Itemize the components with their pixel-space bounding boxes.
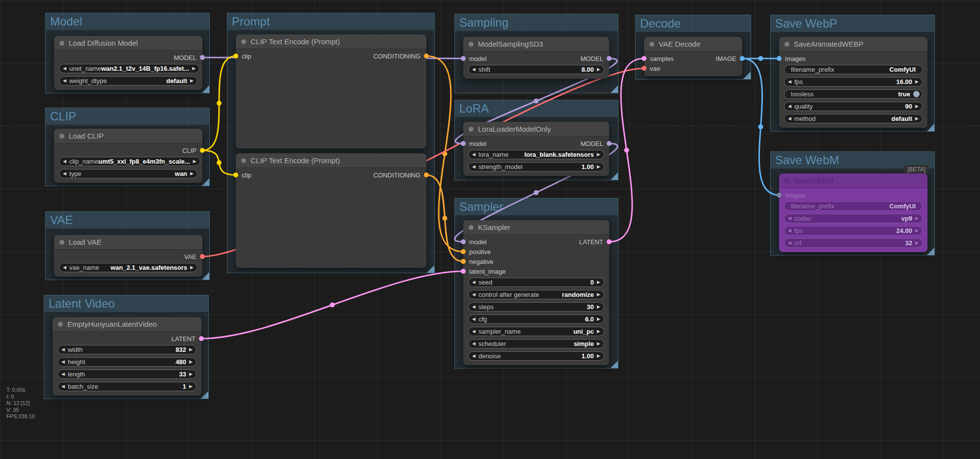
node-collapse-dot[interactable] xyxy=(241,39,246,44)
node-titlebar[interactable]: LoraLoaderModelOnly xyxy=(463,122,609,137)
widget-unet-name[interactable]: ◀unet_namewan2.1_t2v_14B_fp16.safet...▶ xyxy=(59,64,199,73)
widget-steps[interactable]: ◀steps30▶ xyxy=(468,302,604,312)
widget-arrow-right-icon[interactable]: ▶ xyxy=(597,292,600,297)
node-titlebar[interactable]: Load CLIP xyxy=(54,129,202,143)
port-dot-MODEL[interactable] xyxy=(200,55,205,60)
port-dot-VAE[interactable] xyxy=(200,254,205,259)
widget-arrow-left-icon[interactable]: ◀ xyxy=(61,347,65,352)
widget-arrow-right-icon[interactable]: ▶ xyxy=(190,265,194,270)
widget-arrow-left-icon[interactable]: ◀ xyxy=(63,66,66,71)
group-resize-handle[interactable] xyxy=(202,86,209,93)
group-resize-handle[interactable] xyxy=(927,124,934,131)
widget-seed[interactable]: ◀seed0▶ xyxy=(468,278,604,287)
widget-arrow-right-icon[interactable]: ▶ xyxy=(192,66,196,71)
widget-cfg[interactable]: ◀cfg6.0▶ xyxy=(468,315,604,324)
widget-type[interactable]: ◀typewan▶ xyxy=(59,169,197,178)
widget-method[interactable]: ◀methoddefault▶ xyxy=(784,114,923,123)
widget-arrow-right-icon[interactable]: ▶ xyxy=(915,241,919,245)
port-dot-positive[interactable] xyxy=(461,249,466,254)
group-resize-handle[interactable] xyxy=(743,72,751,79)
widget-height[interactable]: ◀height480▶ xyxy=(57,357,196,367)
widget-arrow-right-icon[interactable]: ▶ xyxy=(597,329,600,334)
port-dot-samples[interactable] xyxy=(642,56,646,61)
widget-strength-model[interactable]: ◀strength_model1.00▶ xyxy=(468,162,604,172)
group-header-webp[interactable]: Save WebP xyxy=(771,15,934,32)
port-dot-clip[interactable] xyxy=(233,172,238,177)
widget-arrow-left-icon[interactable]: ◀ xyxy=(788,104,791,109)
widget-length[interactable]: ◀length33▶ xyxy=(57,370,196,379)
node-load_vae[interactable]: Load VAEVAE◀vae_namewan_2.1_vae.safetens… xyxy=(54,235,202,277)
widget-batch-size[interactable]: ◀batch_size1▶ xyxy=(57,382,196,391)
widget-arrow-right-icon[interactable]: ▶ xyxy=(189,360,193,364)
node-titlebar[interactable]: VAE Decode xyxy=(644,37,742,52)
widget-arrow-right-icon[interactable]: ▶ xyxy=(915,104,919,109)
node-titlebar[interactable]: ModelSamplingSD3 xyxy=(463,37,609,52)
widget-arrow-left-icon[interactable]: ◀ xyxy=(61,372,65,376)
group-resize-handle[interactable] xyxy=(611,361,618,368)
node-empty_latent[interactable]: EmptyHunyuanLatentVideoLATENT◀width832▶◀… xyxy=(53,317,201,396)
widget-vae-name[interactable]: ◀vae_namewan_2.1_vae.safetensors▶ xyxy=(59,263,197,272)
widget-arrow-right-icon[interactable]: ▶ xyxy=(597,354,600,358)
group-header-lora[interactable]: LoRA xyxy=(455,100,618,117)
node-model_sampling[interactable]: ModelSamplingSD3modelMODEL◀shift8.00▶ xyxy=(463,37,609,79)
port-dot-latent_image[interactable] xyxy=(461,269,466,274)
widget-control-after-generate[interactable]: ◀control after generaterandomize▶ xyxy=(468,290,604,299)
port-dot-CONDITIONING[interactable] xyxy=(424,54,429,58)
group-resize-handle[interactable] xyxy=(611,172,618,180)
port-dot-negative[interactable] xyxy=(461,259,466,264)
port-dot-model[interactable] xyxy=(461,141,466,146)
widget-arrow-right-icon[interactable]: ▶ xyxy=(190,79,194,83)
widget-arrow-right-icon[interactable]: ▶ xyxy=(597,67,600,72)
port-dot-clip[interactable] xyxy=(233,54,238,58)
group-resize-handle[interactable] xyxy=(611,86,618,93)
widget-arrow-left-icon[interactable]: ◀ xyxy=(472,67,476,72)
widget-weight-dtype[interactable]: ◀weight_dtypedefault▶ xyxy=(59,76,197,86)
port-dot-CLIP[interactable] xyxy=(200,148,205,153)
widget-shift[interactable]: ◀shift8.00▶ xyxy=(468,65,604,74)
group-header-decode[interactable]: Decode xyxy=(636,15,751,32)
widget-arrow-right-icon[interactable]: ▶ xyxy=(190,172,194,176)
widget-arrow-right-icon[interactable]: ▶ xyxy=(597,342,600,346)
widget-scheduler[interactable]: ◀schedulersimple▶ xyxy=(468,339,604,348)
widget-arrow-left-icon[interactable]: ◀ xyxy=(63,79,66,83)
group-resize-handle[interactable] xyxy=(927,248,934,255)
widget-arrow-left-icon[interactable]: ◀ xyxy=(63,159,66,164)
node-collapse-dot[interactable] xyxy=(469,225,474,230)
link-latent[interactable] xyxy=(201,271,463,339)
toggle-knob[interactable] xyxy=(913,91,920,97)
widget-arrow-left-icon[interactable]: ◀ xyxy=(61,360,65,364)
widget-arrow-right-icon[interactable]: ▶ xyxy=(189,384,193,389)
widget-arrow-right-icon[interactable]: ▶ xyxy=(915,216,919,221)
node-collapse-dot[interactable] xyxy=(784,178,789,183)
group-header-prompt[interactable]: Prompt xyxy=(227,13,434,30)
widget-arrow-right-icon[interactable]: ▶ xyxy=(193,159,196,164)
group-header-latent[interactable]: Latent Video xyxy=(44,295,208,312)
widget-arrow-left-icon[interactable]: ◀ xyxy=(472,280,476,285)
group-resize-handle[interactable] xyxy=(427,265,434,273)
widget-arrow-left-icon[interactable]: ◀ xyxy=(61,384,65,389)
widget-arrow-left-icon[interactable]: ◀ xyxy=(788,241,791,245)
node-titlebar[interactable]: Load VAE xyxy=(54,235,202,250)
widget-filename-prefix[interactable]: filename_prefixComfyUI xyxy=(784,201,923,211)
node-titlebar[interactable]: CLIP Text Encode (Prompt) xyxy=(236,153,426,168)
widget-arrow-left-icon[interactable]: ◀ xyxy=(472,305,476,309)
node-vae_decode[interactable]: VAE DecodesamplesIMAGEvae xyxy=(644,37,742,76)
widget-arrow-left-icon[interactable]: ◀ xyxy=(788,80,791,84)
widget-arrow-right-icon[interactable]: ▶ xyxy=(597,152,600,157)
node-collapse-dot[interactable] xyxy=(59,240,64,245)
node-titlebar[interactable]: CLIP Text Encode (Prompt) xyxy=(236,34,426,49)
widget-arrow-left-icon[interactable]: ◀ xyxy=(472,292,476,297)
widget-arrow-right-icon[interactable]: ▶ xyxy=(597,317,600,321)
widget-arrow-left-icon[interactable]: ◀ xyxy=(788,116,791,121)
port-dot-images[interactable] xyxy=(777,56,782,61)
group-resize-handle[interactable] xyxy=(202,272,209,280)
widget-filename-prefix[interactable]: filename_prefixComfyUI xyxy=(784,65,923,74)
port-dot-images[interactable] xyxy=(777,193,782,198)
node-collapse-dot[interactable] xyxy=(649,42,654,47)
node-collapse-dot[interactable] xyxy=(469,127,474,132)
port-dot-vae[interactable] xyxy=(642,66,646,71)
widget-arrow-left-icon[interactable]: ◀ xyxy=(472,165,476,169)
node-encode_pos[interactable]: CLIP Text Encode (Prompt)clipCONDITIONIN… xyxy=(236,34,426,148)
node-collapse-dot[interactable] xyxy=(59,41,64,46)
group-resize-handle[interactable] xyxy=(202,178,209,186)
